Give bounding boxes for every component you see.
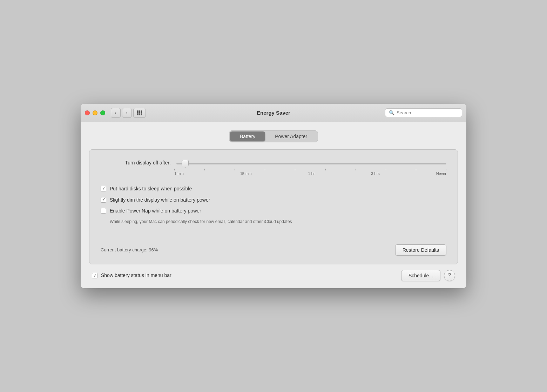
slider-section: Turn display off after: [101, 160, 446, 176]
tab-battery[interactable]: Battery [230, 131, 265, 141]
tick-mark-6 [325, 169, 326, 170]
slider-label-1hr: 1 hr [308, 171, 315, 176]
battery-status: Current battery charge: 96% [101, 247, 158, 252]
tick-marks-row [174, 169, 446, 170]
tick-mark-2 [204, 169, 205, 170]
search-icon: 🔍 [389, 110, 394, 115]
power-nap-checkbox[interactable] [101, 208, 106, 214]
forward-button[interactable]: › [122, 108, 132, 118]
maximize-button[interactable] [100, 110, 105, 115]
segment-wrapper: Battery Power Adapter [229, 130, 318, 142]
footer-row: Show battery status in menu bar Schedule… [89, 270, 458, 281]
hard-disks-checkbox[interactable] [101, 186, 106, 191]
slider-label-3hrs: 3 hrs [371, 171, 379, 176]
restore-defaults-button[interactable]: Restore Defaults [395, 244, 446, 256]
titlebar: ‹ › Energy Saver 🔍 [81, 104, 466, 122]
tick-mark-7 [356, 169, 356, 170]
power-nap-label: Enable Power Nap while on battery power [110, 208, 201, 215]
slider-container [176, 160, 446, 166]
slider-labels-row: 1 min 15 min 1 hr 3 hrs Never [174, 171, 446, 176]
help-button[interactable]: ? [444, 270, 455, 281]
slider-label-1min: 1 min [174, 171, 184, 176]
show-battery-checkbox[interactable] [92, 273, 97, 278]
checkbox-row-1: Put hard disks to sleep when possible [101, 185, 446, 192]
main-content: Battery Power Adapter Turn display off a… [81, 122, 466, 288]
settings-panel: Turn display off after: [89, 149, 458, 264]
tab-power-adapter[interactable]: Power Adapter [265, 131, 317, 141]
search-box[interactable]: 🔍 [385, 108, 462, 117]
traffic-lights [85, 110, 105, 115]
checkbox-row-3: Enable Power Nap while on battery power [101, 208, 446, 215]
tick-mark-4 [265, 169, 265, 170]
power-nap-sublabel: While sleeping, your Mac can periodicall… [101, 219, 446, 225]
panel-bottom: Current battery charge: 96% Restore Defa… [101, 239, 446, 256]
tick-mark-1 [174, 169, 175, 170]
grid-icon [137, 110, 142, 115]
segment-control: Battery Power Adapter [89, 130, 458, 142]
nav-buttons: ‹ › [111, 108, 132, 118]
slider-label-15min: 15 min [240, 171, 252, 176]
close-button[interactable] [85, 110, 90, 115]
back-button[interactable]: ‹ [111, 108, 121, 118]
minimize-button[interactable] [93, 110, 97, 115]
schedule-button[interactable]: Schedule... [401, 270, 440, 281]
tick-mark-8 [386, 169, 386, 170]
checkbox-row-3-wrapper: Enable Power Nap while on battery power … [101, 208, 446, 224]
show-battery-row: Show battery status in menu bar [92, 272, 171, 279]
footer-right: Schedule... ? [401, 270, 455, 281]
slider-label-never: Never [436, 171, 446, 176]
show-battery-label: Show battery status in menu bar [101, 272, 171, 279]
tick-mark-9 [416, 169, 416, 170]
tick-mark-10 [446, 169, 446, 170]
tick-mark-3 [235, 169, 235, 170]
slider-row: Turn display off after: [101, 160, 446, 166]
grid-button[interactable] [133, 108, 146, 118]
window-title: Energy Saver [257, 110, 290, 116]
display-off-slider[interactable] [176, 163, 446, 164]
main-window: ‹ › Energy Saver 🔍 Battery Power Adapter [81, 104, 466, 288]
dim-display-label: Slightly dim the display while on batter… [110, 197, 210, 204]
dim-display-checkbox[interactable] [101, 197, 106, 203]
search-input[interactable] [397, 110, 458, 115]
tick-mark-5 [295, 169, 295, 170]
slider-label: Turn display off after: [101, 160, 171, 165]
tick-container: 1 min 15 min 1 hr 3 hrs Never [101, 169, 446, 176]
hard-disks-label: Put hard disks to sleep when possible [110, 185, 192, 192]
checkbox-row-2: Slightly dim the display while on batter… [101, 197, 446, 204]
checkbox-section: Put hard disks to sleep when possible Sl… [101, 185, 446, 225]
